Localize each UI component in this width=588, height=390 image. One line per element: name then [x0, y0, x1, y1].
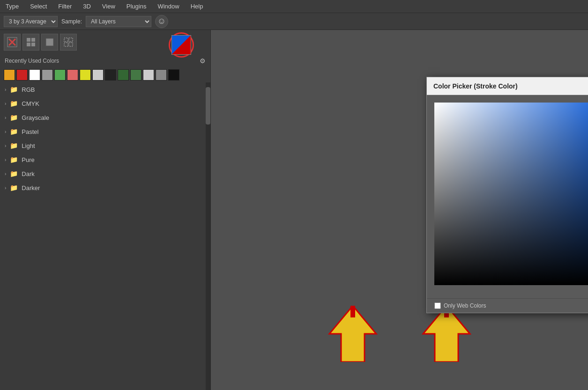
folder-grayscale-label: Grayscale	[22, 114, 49, 121]
color-preview-swatch	[171, 35, 191, 55]
swatch-10[interactable]	[130, 69, 141, 81]
folder-icon: 📁	[10, 142, 18, 149]
folder-icon: 📁	[10, 128, 18, 135]
dialog-titlebar: Color Picker (Stroke Color) ✕	[427, 77, 588, 95]
options-bar: 3 by 3 Average Sample: All Layers ☺	[0, 13, 588, 30]
menu-3d[interactable]: 3D	[81, 2, 93, 11]
folder-pastel[interactable]: › 📁 Pastel	[0, 125, 210, 139]
swatch-5[interactable]	[67, 69, 78, 81]
sb-picker[interactable]	[434, 103, 588, 285]
sample-size-select[interactable]: 3 by 3 Average	[4, 16, 58, 27]
svg-rect-4	[31, 38, 35, 42]
arrows-container	[325, 306, 475, 362]
swatch-7[interactable]	[92, 69, 104, 81]
dialog-body: ◄ new ⚠ □ ◧	[427, 95, 588, 298]
svg-rect-5	[27, 43, 30, 46]
menu-select[interactable]: Select	[28, 2, 49, 11]
folder-pure[interactable]: › 📁 Pure	[0, 153, 210, 167]
tool-square[interactable]	[41, 34, 58, 51]
folder-icon: 📁	[10, 86, 18, 93]
folder-light-label: Light	[22, 142, 35, 149]
folder-dark-label: Dark	[22, 170, 34, 177]
folder-cmyk[interactable]: › 📁 CMYK	[0, 96, 210, 110]
folder-pastel-label: Pastel	[22, 128, 38, 135]
folder-darker-label: Darker	[22, 184, 40, 191]
tool-grid[interactable]	[22, 34, 39, 51]
menu-view[interactable]: View	[100, 2, 117, 11]
swatch-11[interactable]	[143, 69, 154, 81]
folder-rgb[interactable]: › 📁 RGB	[0, 82, 210, 96]
menu-help[interactable]: Help	[189, 2, 205, 11]
svg-rect-8	[64, 38, 68, 42]
sb-gradient	[434, 103, 588, 285]
menu-plugins[interactable]: Plugins	[125, 2, 149, 11]
sample-icon-btn[interactable]: ☺	[155, 15, 168, 28]
web-colors-row: Only Web Colors	[427, 298, 588, 313]
svg-marker-14	[350, 306, 355, 317]
swatch-4[interactable]	[54, 69, 66, 81]
swatch-9[interactable]	[118, 69, 129, 81]
color-picker-dialog: Color Picker (Stroke Color) ✕ ◄	[426, 77, 588, 313]
folder-icon: 📁	[10, 170, 18, 177]
chevron-icon: ›	[5, 115, 6, 120]
tool-row	[0, 30, 210, 54]
swatch-8[interactable]	[105, 69, 116, 81]
sample-layers-select[interactable]: All Layers	[86, 16, 151, 27]
folder-icon: 📁	[10, 184, 18, 191]
menu-window[interactable]: Window	[156, 2, 181, 11]
folder-list: › 📁 RGB › 📁 CMYK › 📁 Grayscale › 📁 Paste…	[0, 82, 210, 390]
chevron-icon: ›	[5, 143, 6, 148]
swatch-3[interactable]	[42, 69, 53, 81]
folder-darker[interactable]: › 📁 Darker	[0, 181, 210, 195]
color-preview-wrapper[interactable]	[169, 32, 194, 58]
recently-used-label: Recently Used Colors	[5, 58, 59, 64]
chevron-icon: ›	[5, 185, 6, 191]
folder-icon: 📁	[10, 100, 18, 107]
menu-filter[interactable]: Filter	[56, 2, 74, 11]
svg-rect-10	[64, 43, 68, 46]
folder-rgb-label: RGB	[22, 86, 35, 93]
color-ring	[169, 32, 194, 58]
canvas-area: Color Picker (Stroke Color) ✕ ◄	[211, 30, 588, 390]
left-panel: Recently Used Colors ⚙ › 📁 RGB	[0, 30, 211, 390]
chevron-icon: ›	[5, 171, 6, 177]
swatch-12[interactable]	[156, 69, 167, 81]
web-colors-label: Only Web Colors	[444, 302, 486, 309]
swatch-6[interactable]	[80, 69, 91, 81]
folder-dark[interactable]: › 📁 Dark	[0, 167, 210, 181]
tool-dashed-grid[interactable]	[60, 34, 77, 51]
chevron-icon: ›	[5, 87, 6, 92]
svg-rect-9	[69, 38, 73, 42]
folder-icon: 📁	[10, 156, 18, 163]
svg-rect-11	[69, 43, 73, 46]
scrollbar-track	[206, 82, 210, 390]
svg-rect-6	[31, 43, 35, 46]
folder-cmyk-label: CMYK	[22, 100, 39, 107]
swatch-0[interactable]	[4, 69, 15, 81]
folder-icon: 📁	[10, 114, 18, 121]
svg-rect-7	[46, 38, 53, 46]
left-arrow	[325, 306, 381, 362]
right-arrow	[418, 306, 475, 362]
folder-grayscale[interactable]: › 📁 Grayscale	[0, 110, 210, 125]
swatch-2[interactable]	[29, 69, 40, 81]
color-swatches	[0, 67, 210, 82]
folder-light[interactable]: › 📁 Light	[0, 139, 210, 153]
main-area: Recently Used Colors ⚙ › 📁 RGB	[0, 30, 588, 390]
chevron-icon: ›	[5, 129, 6, 134]
tool-slash[interactable]	[4, 34, 21, 51]
swatch-1[interactable]	[16, 69, 28, 81]
sample-label: Sample:	[61, 18, 82, 25]
folder-pure-label: Pure	[22, 156, 34, 163]
menu-type[interactable]: Type	[4, 2, 21, 11]
scrollbar-thumb[interactable]	[206, 87, 210, 125]
settings-icon[interactable]: ⚙	[200, 57, 206, 65]
svg-rect-3	[27, 38, 30, 42]
dialog-title: Color Picker (Stroke Color)	[433, 82, 518, 90]
menu-bar: Type Select Filter 3D View Plugins Windo…	[0, 0, 588, 13]
chevron-icon: ›	[5, 157, 6, 162]
swatch-13[interactable]	[168, 69, 179, 81]
web-colors-checkbox[interactable]	[434, 302, 441, 309]
chevron-icon: ›	[5, 101, 6, 106]
